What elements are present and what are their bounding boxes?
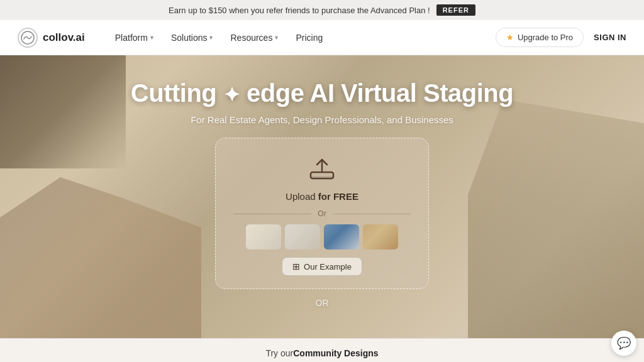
nav-links: Platform ▾ Solutions ▾ Resources ▾ Prici… (108, 28, 496, 48)
below-or-text: OR (316, 298, 329, 308)
hero-title-part1: Cutting (131, 79, 223, 107)
hero-section: Cutting ✦ edge AI Virtual Staging For Re… (0, 55, 644, 338)
example-thumbnails (246, 224, 398, 250)
refer-button[interactable]: REFER (436, 4, 475, 16)
or-divider-text: Or (318, 209, 326, 218)
signin-button[interactable]: SIGN IN (594, 33, 626, 42)
navbar: collov.ai Platform ▾ Solutions ▾ Resourc… (0, 20, 644, 55)
logo-text: collov.ai (43, 31, 85, 44)
upload-label-prefix: Upload (286, 191, 318, 202)
nav-platform-label: Platform (115, 33, 148, 43)
upload-text: Upload for FREE (286, 191, 358, 202)
divider-line-right (333, 214, 411, 214)
nav-item-resources[interactable]: Resources ▾ (223, 28, 286, 48)
example-thumb-2[interactable] (285, 224, 320, 250)
chevron-down-icon: ▾ (209, 34, 213, 41)
nav-item-platform[interactable]: Platform ▾ (108, 28, 161, 48)
chat-button[interactable]: 💬 (611, 331, 636, 356)
upgrade-label: Upgrade to Pro (518, 33, 573, 42)
bottom-bar-text-prefix: Try our (265, 348, 293, 358)
upload-icon (307, 153, 337, 184)
chevron-down-icon: ▾ (275, 34, 278, 41)
chevron-down-icon: ▾ (150, 34, 153, 41)
bottom-bar-text-bold: Community Designs (293, 348, 378, 358)
svg-rect-2 (309, 176, 335, 178)
bottom-bar[interactable]: Try our Community Designs (0, 338, 644, 362)
hero-content: Cutting ✦ edge AI Virtual Staging For Re… (0, 55, 644, 308)
grid-icon: ⊞ (292, 261, 300, 272)
chat-icon: 💬 (617, 336, 631, 350)
example-btn-label: Our Example (304, 262, 352, 272)
nav-pricing-label: Pricing (296, 33, 323, 43)
hero-title: Cutting ✦ edge AI Virtual Staging (131, 78, 513, 108)
logo-icon (18, 28, 38, 48)
nav-solutions-label: Solutions (171, 33, 208, 43)
nav-item-pricing[interactable]: Pricing (288, 28, 330, 48)
example-thumb-1[interactable] (246, 224, 281, 250)
upload-label-bold: for FREE (318, 191, 358, 202)
nav-resources-label: Resources (230, 33, 272, 43)
example-thumb-4[interactable] (363, 224, 398, 250)
divider-line-left (233, 214, 311, 214)
logo-svg (21, 31, 35, 45)
banner-text: Earn up to $150 when you refer friends t… (169, 6, 430, 15)
hero-subtitle: For Real Estate Agents, Design Professio… (191, 114, 453, 125)
divider-or: Or (233, 209, 411, 218)
upload-card[interactable]: Upload for FREE Or ⊞ Our Example (215, 138, 429, 289)
sparkle-icon: ✦ (223, 83, 240, 107)
star-icon: ★ (506, 33, 514, 42)
nav-item-solutions[interactable]: Solutions ▾ (164, 28, 221, 48)
our-example-button[interactable]: ⊞ Our Example (282, 257, 362, 276)
upgrade-button[interactable]: ★ Upgrade to Pro (496, 28, 584, 47)
hero-title-part2: edge AI Virtual Staging (240, 79, 513, 107)
example-thumb-3[interactable] (324, 224, 359, 250)
nav-right: ★ Upgrade to Pro SIGN IN (496, 28, 626, 47)
top-banner: Earn up to $150 when you refer friends t… (0, 0, 644, 20)
logo[interactable]: collov.ai (18, 28, 85, 48)
